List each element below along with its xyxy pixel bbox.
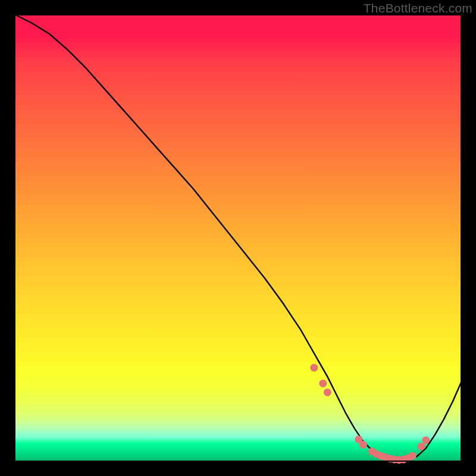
bottleneck-curve <box>14 14 462 462</box>
chart-frame <box>14 14 462 462</box>
curve-marker <box>324 389 331 396</box>
curve-marker <box>418 443 425 450</box>
curve-marker <box>409 452 416 460</box>
curve-marker <box>359 441 367 449</box>
curve-path <box>14 14 462 461</box>
curve-marker <box>319 380 327 387</box>
watermark-text: TheBottleneck.com <box>364 1 472 15</box>
curve-marker <box>422 436 430 444</box>
curve-marker <box>310 364 318 372</box>
